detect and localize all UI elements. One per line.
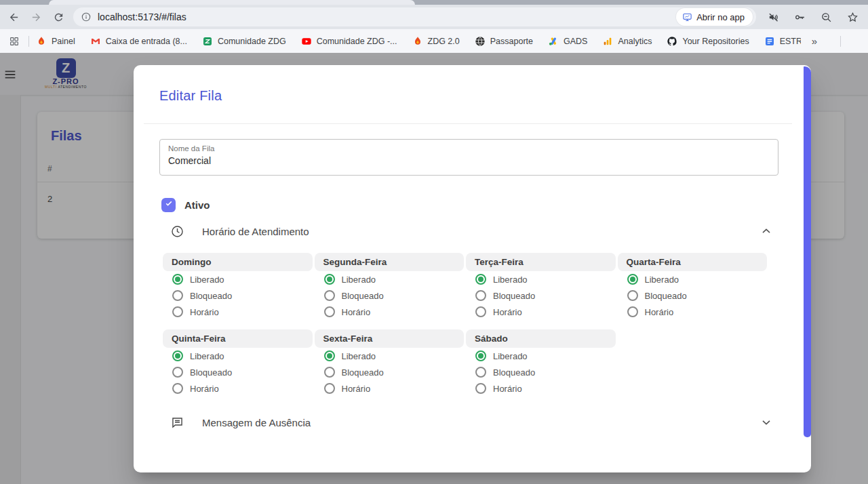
dialog-scrollbar-thumb[interactable] xyxy=(804,66,811,437)
radio-icon xyxy=(627,306,638,317)
chevron-down-icon[interactable] xyxy=(760,416,773,429)
bookmark-item[interactable]: ZDG 2.0 xyxy=(412,36,460,47)
browser-toolbar: localhost:5173/#/filas Abrir no app xyxy=(0,5,868,29)
day-card: Domingo Liberado Bloqueado Horário xyxy=(163,253,313,320)
chevron-up-icon[interactable] xyxy=(760,224,773,238)
site-info-icon[interactable] xyxy=(80,11,92,23)
radio-option-horario[interactable]: Horário xyxy=(315,304,465,320)
radio-option-horario[interactable]: Horário xyxy=(466,304,616,320)
flame-icon xyxy=(412,36,423,47)
open-app-icon xyxy=(682,12,692,22)
bookmark-label: Comunidade ZDG -... xyxy=(317,37,397,46)
bookmark-label: GADS xyxy=(564,37,587,46)
radio-option-horario[interactable]: Horário xyxy=(163,304,313,320)
radio-option-bloqueado[interactable]: Bloqueado xyxy=(618,287,768,304)
active-label: Ativo xyxy=(184,199,210,211)
bookmarks-bar: Painel Caixa de entrada (8... Comunidade… xyxy=(0,29,868,53)
browser-tabstrip xyxy=(0,0,868,5)
bookmark-label: Your Repositories xyxy=(682,37,749,46)
radio-icon xyxy=(172,290,183,301)
radio-icon xyxy=(324,306,335,317)
bookmarks-separator-end xyxy=(840,36,841,47)
input-label: Nome da Fila xyxy=(168,144,770,153)
tab-muted-icon[interactable] xyxy=(764,8,782,26)
github-icon xyxy=(667,36,677,47)
gmail-icon xyxy=(90,36,101,47)
day-header: Sábado xyxy=(466,329,616,348)
bookmark-item[interactable]: GADS xyxy=(548,36,587,47)
bookmark-item[interactable]: Comunidade ZDG xyxy=(202,36,286,47)
radio-option-liberado[interactable]: Liberado xyxy=(315,348,465,364)
forward-button[interactable] xyxy=(27,8,45,26)
radio-icon xyxy=(324,274,335,285)
check-icon xyxy=(164,199,174,211)
day-header: Quinta-Feira xyxy=(163,329,313,348)
radio-icon xyxy=(475,274,486,285)
radio-option-bloqueado[interactable]: Bloqueado xyxy=(163,364,313,380)
radio-icon xyxy=(475,306,486,317)
input-value: Comercial xyxy=(168,155,770,166)
bookmarks-list: Painel Caixa de entrada (8... Comunidade… xyxy=(36,36,801,47)
screen: localhost:5173/#/filas Abrir no app Pain… xyxy=(0,0,868,484)
bookmark-label: Passaporte xyxy=(490,37,533,46)
bookmarks-separator xyxy=(28,36,29,47)
bookmark-star-icon[interactable] xyxy=(844,8,861,26)
radio-option-bloqueado[interactable]: Bloqueado xyxy=(315,364,465,380)
radio-icon xyxy=(475,350,486,361)
radio-option-liberado[interactable]: Liberado xyxy=(466,271,616,287)
day-card: Sábado Liberado Bloqueado Horário xyxy=(466,329,616,397)
bookmark-item[interactable]: Comunidade ZDG -... xyxy=(301,36,397,47)
address-bar[interactable]: localhost:5173/#/filas Abrir no app xyxy=(73,7,756,26)
bookmark-item[interactable]: Painel xyxy=(36,36,75,47)
schedule-section-header[interactable]: Horário de Atendimento xyxy=(159,219,778,243)
radio-icon xyxy=(324,290,335,301)
bookmarks-overflow-button[interactable]: » xyxy=(812,35,817,47)
radio-option-liberado[interactable]: Liberado xyxy=(315,271,465,287)
doc-icon xyxy=(764,36,775,47)
day-header: Domingo xyxy=(163,253,313,271)
radio-option-horario[interactable]: Horário xyxy=(466,380,616,397)
radio-icon xyxy=(172,350,183,361)
bookmark-item[interactable]: Analytics xyxy=(602,36,652,47)
radio-option-horario[interactable]: Horário xyxy=(163,380,313,397)
flame-icon xyxy=(36,36,47,47)
chat-message-icon xyxy=(170,416,184,430)
radio-option-liberado[interactable]: Liberado xyxy=(163,271,313,287)
radio-option-horario[interactable]: Horário xyxy=(315,380,465,397)
radio-icon xyxy=(172,306,183,317)
radio-option-horario[interactable]: Horário xyxy=(618,304,768,320)
radio-option-bloqueado[interactable]: Bloqueado xyxy=(163,287,313,304)
bookmark-item[interactable]: Your Repositories xyxy=(667,36,749,47)
radio-option-bloqueado[interactable]: Bloqueado xyxy=(315,287,465,304)
radio-icon xyxy=(475,383,486,394)
absence-section-header[interactable]: Mensagem de Ausência xyxy=(159,410,778,435)
radio-option-liberado[interactable]: Liberado xyxy=(163,348,313,364)
radio-icon xyxy=(324,367,335,378)
schedule-days-grid: Domingo Liberado Bloqueado Horário xyxy=(163,253,768,406)
active-checkbox[interactable] xyxy=(161,198,176,212)
bookmark-item[interactable]: ESTRATÉGIA GERAL... xyxy=(764,36,801,47)
open-in-app-button[interactable]: Abrir no app xyxy=(676,8,753,26)
radio-option-liberado[interactable]: Liberado xyxy=(618,271,768,287)
radio-icon xyxy=(172,383,183,394)
radio-option-bloqueado[interactable]: Bloqueado xyxy=(466,287,616,304)
zdg-icon xyxy=(202,36,213,47)
reload-button[interactable] xyxy=(50,8,67,26)
bookmark-item[interactable]: Passaporte xyxy=(475,36,533,47)
active-tab-bottom[interactable] xyxy=(49,0,415,5)
queue-name-input[interactable]: Nome da Fila Comercial xyxy=(159,139,778,176)
radio-icon xyxy=(475,367,486,378)
radio-icon xyxy=(627,290,638,301)
bookmark-item[interactable]: Caixa de entrada (8... xyxy=(90,36,187,47)
radio-option-bloqueado[interactable]: Bloqueado xyxy=(466,364,616,380)
active-checkbox-row[interactable]: Ativo xyxy=(161,197,778,212)
globe-icon xyxy=(475,36,486,47)
edit-queue-dialog: Editar Fila Nome da Fila Comercial Ativo… xyxy=(134,65,811,472)
radio-icon xyxy=(172,367,183,378)
password-manager-icon[interactable] xyxy=(791,8,808,26)
apps-grid-icon[interactable] xyxy=(5,33,23,50)
radio-option-liberado[interactable]: Liberado xyxy=(466,348,616,364)
analytics-icon xyxy=(602,36,613,47)
back-button[interactable] xyxy=(5,8,22,26)
zoom-indicator-icon[interactable] xyxy=(817,8,835,26)
